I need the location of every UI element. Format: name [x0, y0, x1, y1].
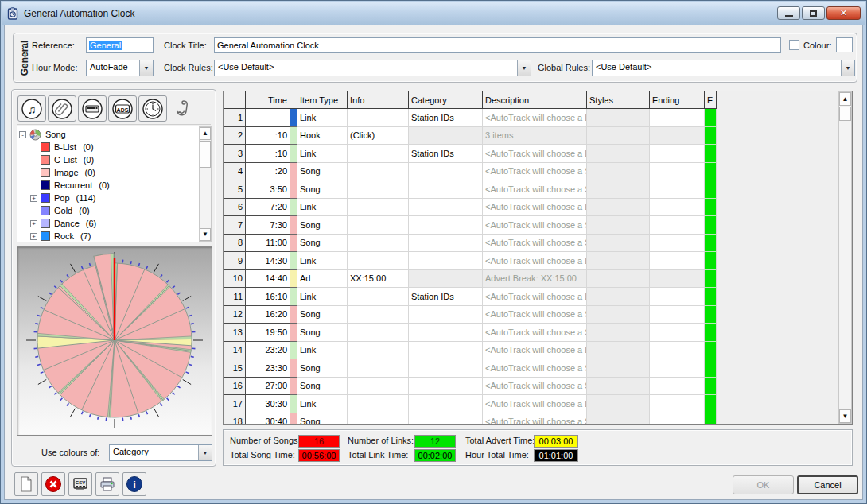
- song-tool-button[interactable]: ♫: [17, 95, 46, 122]
- grid-row-17[interactable]: 1730:30Link<AutoTrack will choose a L: [224, 395, 717, 413]
- grid-scroll-up-icon[interactable]: ▲: [839, 92, 851, 106]
- ending-cell: [650, 145, 705, 163]
- print-button[interactable]: [95, 472, 119, 496]
- clock-title-value: General Automation Clock: [217, 41, 319, 50]
- link-tool-button[interactable]: [48, 95, 76, 122]
- grid-row-3[interactable]: 3:10LinkStation IDs<AutoTrack will choos…: [224, 145, 717, 163]
- tree-scrollbar[interactable]: ▲ ▼: [199, 126, 212, 242]
- global-rules-dropdown-arrow-icon[interactable]: ▼: [841, 60, 854, 76]
- advert-tool-button[interactable]: ADS: [108, 95, 137, 122]
- tree-expand-icon[interactable]: +: [30, 195, 37, 202]
- use-colours-combo[interactable]: Category ▼: [109, 444, 212, 461]
- hook-tool-button[interactable]: [170, 95, 199, 122]
- cart-tool-button[interactable]: [78, 95, 107, 122]
- cancel-button[interactable]: Cancel: [797, 475, 858, 494]
- grid-column-header-E[interactable]: E: [705, 91, 717, 109]
- info-button[interactable]: i: [122, 472, 146, 496]
- clock-rules-combo[interactable]: <Use Default> ▼: [214, 60, 531, 76]
- grid-column-header-Item Type[interactable]: Item Type: [297, 91, 348, 109]
- tree-expand-icon[interactable]: +: [30, 233, 37, 240]
- grid-row-10[interactable]: 1014:40AdXX:15:00Advert Break: XX:15:00: [224, 270, 717, 289]
- grid-row-16[interactable]: 1627:00Song<AutoTrack will choose a S: [224, 378, 717, 396]
- use-colours-dropdown-arrow-icon[interactable]: ▼: [198, 445, 212, 460]
- grid-row-11[interactable]: 1116:10LinkStation IDs<AutoTrack will ch…: [224, 288, 717, 306]
- delete-button[interactable]: [41, 472, 65, 496]
- tree-item-dance[interactable]: +Dance(6): [19, 217, 197, 230]
- csv-export-button[interactable]: CSV: [68, 472, 92, 496]
- grid-row-2[interactable]: 2:10Hook(Click)3 items: [224, 127, 717, 145]
- row-number: 12: [224, 306, 246, 324]
- minimize-button[interactable]: [777, 6, 800, 20]
- hour-mode-dropdown-arrow-icon[interactable]: ▼: [139, 60, 153, 76]
- clock-title-input[interactable]: General Automation Clock: [214, 37, 781, 53]
- grid-row-15[interactable]: 1523:30Song<AutoTrack will choose a S: [224, 359, 717, 378]
- colour-checkbox[interactable]: [789, 40, 799, 50]
- row-number: 18: [224, 413, 246, 425]
- ok-button[interactable]: OK: [733, 475, 794, 494]
- clock-tool-button[interactable]: [138, 95, 167, 122]
- stat-label: Hour Total Time:: [465, 450, 529, 459]
- tree-expand-icon[interactable]: +: [30, 220, 37, 227]
- tree-scroll-down-icon[interactable]: ▼: [200, 228, 211, 241]
- grid-row-8[interactable]: 811:00Song<AutoTrack will choose a S: [224, 235, 717, 253]
- info-cell: [348, 342, 409, 360]
- tree-scroll-up-icon[interactable]: ▲: [200, 127, 211, 140]
- hour-mode-combo[interactable]: AutoFade ▼: [86, 60, 154, 76]
- grid-column-header-blank-0[interactable]: [224, 91, 246, 109]
- grid-column-header-Category[interactable]: Category: [409, 91, 483, 109]
- clock-rules-dropdown-arrow-icon[interactable]: ▼: [517, 60, 531, 76]
- grid-scroll-thumb[interactable]: [839, 107, 851, 121]
- close-icon: ✕: [840, 9, 847, 17]
- new-clock-button[interactable]: [14, 472, 38, 496]
- grid-row-4[interactable]: 4:20Song<AutoTrack will choose a S: [224, 163, 717, 181]
- item-type-cell: Ad: [297, 270, 348, 289]
- grid-row-13[interactable]: 1319:50Song<AutoTrack will choose a S: [224, 324, 717, 342]
- global-rules-combo[interactable]: <Use Default> ▼: [592, 60, 855, 76]
- reference-input[interactable]: General: [86, 37, 154, 53]
- grid-row-1[interactable]: 1LinkStation IDs<AutoTrack will choose a…: [224, 109, 717, 127]
- grid-row-5[interactable]: 53:50Song<AutoTrack will choose a S: [224, 180, 717, 199]
- grid-column-header-Ending[interactable]: Ending: [650, 91, 705, 109]
- tree-item-gold[interactable]: Gold(0): [19, 204, 197, 217]
- info-cell: [348, 324, 409, 342]
- grid-row-9[interactable]: 914:30Link<AutoTrack will choose a L: [224, 252, 717, 270]
- title-bar: General Automation Clock ✕: [2, 2, 865, 25]
- grid-scrollbar[interactable]: ▲ ▼: [838, 91, 852, 424]
- tree-item-rock[interactable]: +Rock(7): [19, 230, 197, 242]
- tree-item-c-list[interactable]: C-List(0): [19, 153, 197, 166]
- wheel-minute-tick: [161, 274, 162, 277]
- tree-item-pop[interactable]: +Pop(114): [19, 192, 197, 204]
- grid-column-header-Time[interactable]: Time: [246, 91, 290, 109]
- item-type-cell: Song: [297, 216, 348, 235]
- grid-row-18[interactable]: 1830:40Song<AutoTrack will choose a S: [224, 413, 717, 425]
- tree-scroll-thumb[interactable]: [200, 141, 211, 168]
- grid-column-header-Styles[interactable]: Styles: [587, 91, 650, 109]
- description-cell: <AutoTrack will choose a L: [483, 252, 587, 270]
- grid-row-7[interactable]: 77:30Song<AutoTrack will choose a S: [224, 216, 717, 235]
- grid-row-12[interactable]: 1216:20Song<AutoTrack will choose a S: [224, 306, 717, 324]
- maximize-button[interactable]: [802, 6, 825, 20]
- wheel-minute-tick: [186, 308, 189, 309]
- grid-row-14[interactable]: 1423:20Link<AutoTrack will choose a L: [224, 342, 717, 360]
- grid-column-header-Info[interactable]: Info: [348, 91, 409, 109]
- tree-collapse-icon[interactable]: -: [19, 131, 26, 138]
- item-type-toolbar: ♫ ADS: [17, 95, 211, 125]
- grid-row-6[interactable]: 67:20Link<AutoTrack will choose a L: [224, 199, 717, 217]
- item-colour-swatch: [290, 163, 297, 181]
- colour-swatch-box[interactable]: [836, 37, 853, 52]
- category-cell: [409, 306, 483, 324]
- tree-item-recurrent[interactable]: Recurrent(0): [19, 179, 197, 192]
- item-colour-swatch: [290, 395, 297, 413]
- item-colour-swatch: [290, 252, 297, 270]
- tree-item-b-list[interactable]: B-List(0): [19, 141, 197, 153]
- hour-mode-value: AutoFade: [87, 60, 139, 76]
- grid-column-header-Description[interactable]: Description: [483, 91, 587, 109]
- ending-cell: [650, 288, 705, 306]
- close-button[interactable]: ✕: [826, 6, 861, 20]
- tree-item-image[interactable]: Image(0): [19, 166, 197, 179]
- grid-column-header-blank-2[interactable]: [290, 91, 297, 109]
- tree-item-song-root[interactable]: -Song: [19, 128, 197, 141]
- grid-scroll-down-icon[interactable]: ▼: [839, 409, 851, 423]
- item-type-cell: Song: [297, 163, 348, 181]
- wheel-major-tick: [71, 264, 76, 272]
